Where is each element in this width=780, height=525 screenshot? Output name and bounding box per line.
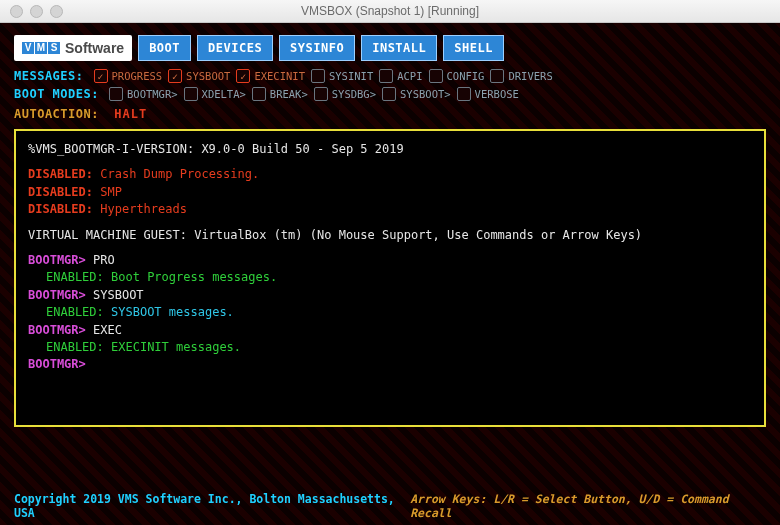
console-prompt: BOOTMGR> SYSBOOT — [28, 287, 752, 304]
check-icon: ✓ — [382, 87, 396, 101]
footer-hint: Arrow Keys: L/R = Select Button, U/D = C… — [410, 492, 766, 520]
console-line: DISABLED: Crash Dump Processing. — [28, 166, 752, 183]
console-line: ENABLED: Boot Progress messages. — [28, 269, 752, 286]
chk-bootmgr[interactable]: ✓BOOTMGR> — [109, 87, 178, 101]
window-title: VMSBOX (Snapshot 1) [Running] — [0, 4, 780, 18]
boot-button[interactable]: BOOT — [138, 35, 191, 61]
console-line: ENABLED: EXECINIT messages. — [28, 339, 752, 356]
console-line: DISABLED: SMP — [28, 184, 752, 201]
console-prompt[interactable]: BOOTMGR> — [28, 356, 752, 373]
check-icon: ✓ — [379, 69, 393, 83]
check-icon: ✓ — [311, 69, 325, 83]
check-icon: ✓ — [314, 87, 328, 101]
check-icon: ✓ — [109, 87, 123, 101]
console-prompt: BOOTMGR> PRO — [28, 252, 752, 269]
footer-copyright: Copyright 2019 VMS Software Inc., Bolton… — [14, 492, 410, 520]
chk-sysboot[interactable]: ✓SYSBOOT — [168, 69, 230, 83]
vms-logo: VMS Software — [14, 35, 132, 61]
bootmodes-label: BOOT MODES: — [14, 87, 99, 101]
chk-progress[interactable]: ✓PROGRESS — [94, 69, 163, 83]
console-line: DISABLED: Hyperthreads — [28, 201, 752, 218]
chk-sysinit[interactable]: ✓SYSINIT — [311, 69, 373, 83]
window-titlebar: VMSBOX (Snapshot 1) [Running] — [0, 0, 780, 23]
logo-v: V — [22, 42, 34, 54]
console-version: %VMS_BOOTMGR-I-VERSION: X9.0-0 Build 50 … — [28, 141, 752, 158]
chk-verbose[interactable]: ✓VERBOSE — [457, 87, 519, 101]
check-icon: ✓ — [236, 69, 250, 83]
top-toolbar: VMS Software BOOT DEVICES SYSINFO INSTAL… — [0, 23, 780, 67]
check-icon: ✓ — [490, 69, 504, 83]
chk-config[interactable]: ✓CONFIG — [429, 69, 485, 83]
console-line: ENABLED: SYSBOOT messages. — [28, 304, 752, 321]
chk-break[interactable]: ✓BREAK> — [252, 87, 308, 101]
install-button[interactable]: INSTALL — [361, 35, 437, 61]
check-icon: ✓ — [429, 69, 443, 83]
logo-m: M — [35, 42, 47, 54]
bootmodes-row: BOOT MODES: ✓BOOTMGR> ✓XDELTA> ✓BREAK> ✓… — [0, 85, 780, 103]
messages-row: MESSAGES: ✓PROGRESS ✓SYSBOOT ✓EXECINIT ✓… — [0, 67, 780, 85]
check-icon: ✓ — [184, 87, 198, 101]
devices-button[interactable]: DEVICES — [197, 35, 273, 61]
autoaction-value: HALT — [114, 107, 147, 121]
chk-sysboot2[interactable]: ✓SYSBOOT> — [382, 87, 451, 101]
chk-sysdbg[interactable]: ✓SYSDBG> — [314, 87, 376, 101]
check-icon: ✓ — [457, 87, 471, 101]
console-vm-guest: VIRTUAL MACHINE GUEST: VirtualBox (tm) (… — [28, 227, 752, 244]
check-icon: ✓ — [252, 87, 266, 101]
messages-label: MESSAGES: — [14, 69, 84, 83]
console-prompt: BOOTMGR> EXEC — [28, 322, 752, 339]
app-window: VMS Software BOOT DEVICES SYSINFO INSTAL… — [0, 23, 780, 525]
chk-acpi[interactable]: ✓ACPI — [379, 69, 422, 83]
chk-drivers[interactable]: ✓DRIVERS — [490, 69, 552, 83]
messages-checks: ✓PROGRESS ✓SYSBOOT ✓EXECINIT ✓SYSINIT ✓A… — [94, 69, 553, 83]
bootmodes-checks: ✓BOOTMGR> ✓XDELTA> ✓BREAK> ✓SYSDBG> ✓SYS… — [109, 87, 519, 101]
check-icon: ✓ — [94, 69, 108, 83]
shell-button[interactable]: SHELL — [443, 35, 504, 61]
footer: Copyright 2019 VMS Software Inc., Bolton… — [0, 490, 780, 522]
logo-software: Software — [65, 40, 124, 56]
sysinfo-button[interactable]: SYSINFO — [279, 35, 355, 61]
logo-s: S — [48, 42, 60, 54]
chk-execinit[interactable]: ✓EXECINIT — [236, 69, 305, 83]
chk-xdelta[interactable]: ✓XDELTA> — [184, 87, 246, 101]
console-output: %VMS_BOOTMGR-I-VERSION: X9.0-0 Build 50 … — [14, 129, 766, 427]
autoaction-label: AUTOACTION: — [14, 107, 99, 121]
autoaction-row: AUTOACTION: HALT — [0, 103, 780, 129]
check-icon: ✓ — [168, 69, 182, 83]
